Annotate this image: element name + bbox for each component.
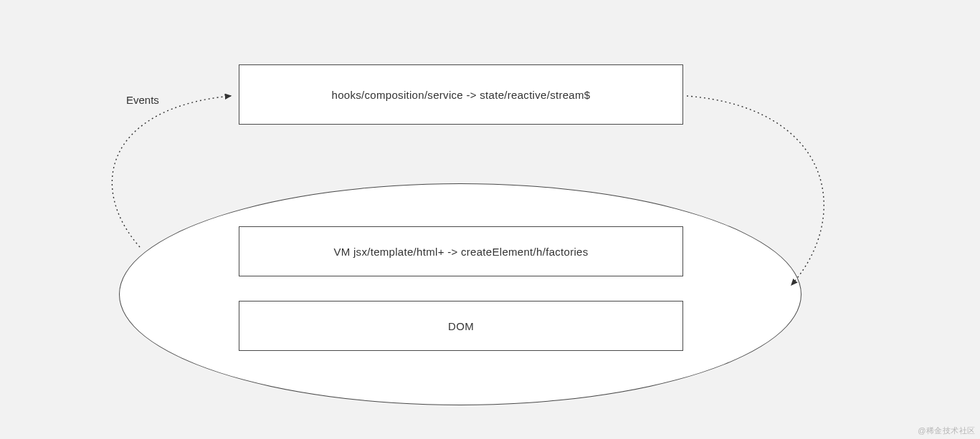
events-label: Events	[126, 94, 159, 106]
ellipse-container	[119, 183, 801, 405]
watermark: @稀金技术社区	[918, 425, 976, 436]
diagram-canvas: hooks/composition/service -> state/react…	[0, 0, 980, 439]
box-hooks-state: hooks/composition/service -> state/react…	[239, 64, 683, 125]
box-dom: DOM	[239, 301, 683, 351]
box-hooks-state-label: hooks/composition/service -> state/react…	[332, 89, 591, 101]
box-vm: VM jsx/template/html+ -> createElement/h…	[239, 226, 683, 276]
box-dom-label: DOM	[448, 320, 474, 332]
box-vm-label: VM jsx/template/html+ -> createElement/h…	[333, 246, 588, 258]
